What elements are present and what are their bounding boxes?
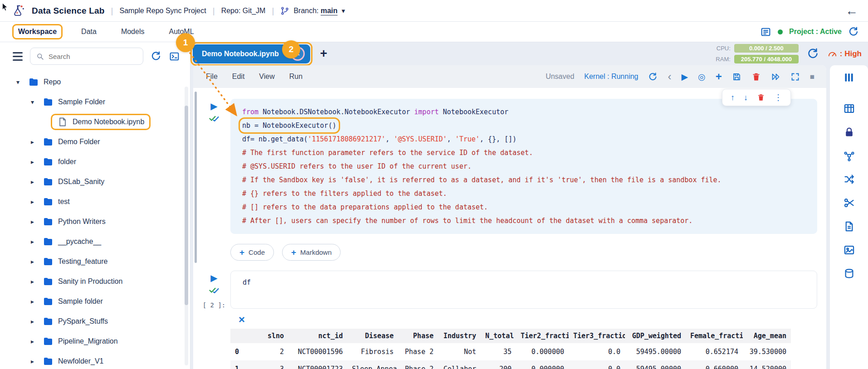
tree-item-label: Python Writers: [58, 218, 106, 226]
tree-item-folder[interactable]: ▸Sample folder: [0, 291, 190, 311]
move-cell-down-button[interactable]: ↓: [744, 93, 748, 102]
image-chart-icon[interactable]: [843, 244, 855, 256]
lock-icon[interactable]: [843, 126, 855, 138]
tree-item-folder[interactable]: ▸Python Writers: [0, 212, 190, 232]
code-line: # {} refers to the filters applied to th…: [242, 187, 811, 200]
delete-button[interactable]: [751, 72, 761, 82]
columns-layout-icon[interactable]: [843, 72, 855, 83]
shuffle-icon[interactable]: [843, 173, 855, 185]
cell-executed-icon: [209, 285, 219, 297]
sidebar-scrollbar[interactable]: [185, 87, 188, 365]
cell-more-options-button[interactable]: ⋮: [774, 93, 782, 102]
tree-item-folder[interactable]: ▾Repo: [0, 72, 190, 92]
app-logo-icon: [12, 4, 25, 18]
cell-2-editor[interactable]: df: [230, 271, 817, 309]
notebook-scrollbar[interactable]: [195, 92, 197, 263]
database-icon[interactable]: [843, 267, 855, 280]
chevron-right-icon[interactable]: ▸: [31, 138, 43, 146]
chevron-right-icon[interactable]: ▸: [31, 318, 43, 325]
tree-item-label: Repo: [44, 78, 61, 86]
stop-kernel-button[interactable]: ■: [810, 73, 814, 81]
hamburger-menu-icon[interactable]: [13, 52, 23, 61]
branch-selector[interactable]: Branch: main ▾: [280, 6, 345, 15]
tree-item-folder[interactable]: ▸DSLab_Sanity: [0, 172, 190, 192]
output-table-header-row: slnonct_idDiseasePhaseIndustryN_totalTie…: [230, 329, 791, 343]
run-cell-2-button[interactable]: ▶: [210, 272, 217, 283]
menu-file[interactable]: File: [206, 73, 218, 81]
sidebar-scrollbar-thumb[interactable]: [185, 106, 188, 305]
add-code-button[interactable]: + Code: [230, 244, 274, 261]
chevron-right-icon[interactable]: ▸: [31, 278, 43, 285]
notebook-panel: File Edit View Run Unsaved Kernel : Runn…: [193, 65, 826, 369]
molecule-icon[interactable]: [843, 150, 855, 162]
refresh-tree-icon[interactable]: [151, 51, 161, 62]
main-navbar: WorkspaceDataModelsAutoML Project : Acti…: [0, 22, 868, 42]
header-separator: |: [111, 6, 113, 16]
tree-item-folder[interactable]: ▸Testing_feature: [0, 252, 190, 272]
refresh-icon[interactable]: [848, 26, 859, 37]
scissors-icon[interactable]: [843, 197, 855, 209]
document-icon[interactable]: [843, 220, 855, 233]
tree-item-folder[interactable]: ▸Newfolder_V1: [0, 351, 190, 369]
save-button[interactable]: [732, 72, 741, 82]
restart-kernel-button[interactable]: ◎: [698, 73, 706, 81]
cell-1-editor[interactable]: from Notebook.DSNotebook.NotebookExecuto…: [230, 99, 817, 234]
chevron-right-icon[interactable]: ▸: [31, 258, 43, 265]
tree-item-folder[interactable]: ▾Sample Folder: [0, 92, 190, 112]
chevron-right-icon[interactable]: ▸: [31, 158, 43, 165]
refresh-resources-icon[interactable]: [807, 48, 819, 60]
notebook-toolbar: File Edit View Run Unsaved Kernel : Runn…: [193, 65, 826, 88]
mouse-cursor: [1, 2, 10, 14]
delete-cell-button[interactable]: [757, 93, 765, 102]
menu-edit[interactable]: Edit: [232, 73, 245, 81]
chevron-down-icon[interactable]: ▾: [31, 98, 43, 106]
nav-tab-data[interactable]: Data: [77, 25, 101, 38]
chevron-right-icon[interactable]: ▸: [31, 338, 43, 345]
reader-icon[interactable]: [760, 26, 771, 38]
tree-item-folder[interactable]: ▸test: [0, 192, 190, 212]
chevron-right-icon[interactable]: ▸: [31, 218, 43, 225]
nav-tab-models[interactable]: Models: [117, 25, 149, 38]
tree-item-folder[interactable]: ▸folder: [0, 152, 190, 172]
cpu-value-badge: 0.000 / 2.500: [734, 44, 799, 53]
chevron-right-icon[interactable]: ▸: [31, 238, 43, 245]
move-cell-up-button[interactable]: ↑: [731, 93, 735, 102]
folder-icon: [43, 236, 54, 247]
console-icon[interactable]: [169, 51, 180, 62]
table-cell: Fibrosis: [347, 343, 398, 360]
add-cell-button[interactable]: +: [716, 71, 722, 82]
table-column-header: slno: [252, 329, 288, 343]
new-tab-button[interactable]: +: [320, 47, 327, 61]
chevron-right-icon[interactable]: ▸: [31, 298, 43, 305]
chevron-right-icon[interactable]: ▸: [31, 178, 43, 185]
chevron-left-icon[interactable]: ‹: [668, 71, 671, 82]
fullscreen-button[interactable]: [790, 72, 800, 82]
search-box[interactable]: [30, 48, 143, 65]
nav-tab-workspace[interactable]: Workspace: [14, 25, 61, 38]
tree-item-folder[interactable]: ▸PySpark_Stuffs: [0, 311, 190, 331]
notebook-tab-title: Demo Notebook.ipynb: [202, 50, 279, 58]
table-column-header: Phase: [398, 329, 438, 343]
run-cell-1-button[interactable]: ▶: [210, 101, 217, 112]
chevron-right-icon[interactable]: ▸: [31, 358, 43, 365]
add-markdown-button[interactable]: + Markdown: [282, 244, 341, 261]
chevron-down-icon[interactable]: ▾: [16, 78, 28, 86]
menu-run[interactable]: Run: [289, 73, 302, 81]
table-cell: 0.000000: [516, 360, 569, 369]
tree-item-file[interactable]: Demo Notebook.ipynb: [0, 112, 190, 132]
back-arrow-button[interactable]: ←: [845, 5, 858, 17]
table-icon[interactable]: [843, 102, 855, 115]
table-cell: 0.0: [569, 360, 625, 369]
menu-view[interactable]: View: [259, 73, 274, 81]
run-cell-button[interactable]: ▶: [681, 73, 688, 81]
chevron-right-icon[interactable]: ▸: [31, 198, 43, 205]
refresh-kernel-button[interactable]: [648, 72, 658, 82]
tree-item-folder[interactable]: ▸__pycache__: [0, 232, 190, 252]
tree-item-folder[interactable]: ▸Sanity in Production: [0, 272, 190, 291]
table-cell: 59495.00000: [625, 343, 686, 360]
run-all-button[interactable]: [771, 72, 780, 82]
tree-item-folder[interactable]: ▸Pipeline_Migration: [0, 331, 190, 351]
clear-output-button[interactable]: ×: [239, 314, 249, 325]
tree-item-folder[interactable]: ▸Demo Folder: [0, 132, 190, 152]
search-input[interactable]: [49, 53, 137, 60]
